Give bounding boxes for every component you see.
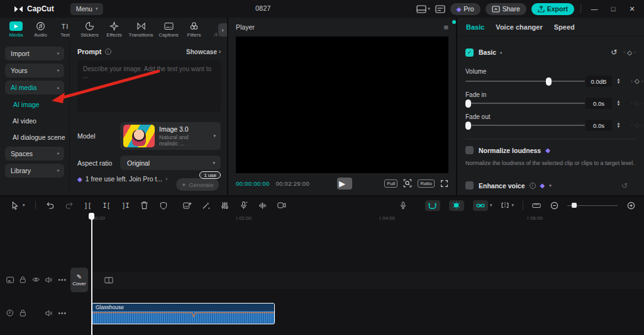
keyframe-diamond-icon[interactable]: ◇ <box>627 49 632 56</box>
undo-button[interactable] <box>46 201 55 210</box>
ratio-button[interactable]: Ratio <box>418 179 435 188</box>
sidebar-item-import[interactable]: Import▾ <box>5 47 64 60</box>
split-button[interactable]: ][ <box>84 201 92 210</box>
lock-icon[interactable] <box>19 309 26 317</box>
split-keep-right-button[interactable]: ]I <box>121 201 130 210</box>
window-maximize-button[interactable]: □ <box>606 5 620 13</box>
notes-panel-icon[interactable] <box>435 5 445 13</box>
sidebar-item-ai-media[interactable]: AI media▴ <box>5 81 64 94</box>
split-view-button[interactable]: ▾ <box>501 202 514 209</box>
timeline-view-button[interactable] <box>532 201 541 210</box>
speaker-icon[interactable] <box>45 276 52 283</box>
redo-button[interactable] <box>65 201 74 210</box>
more-icon[interactable]: ••• <box>58 276 67 283</box>
play-button[interactable]: ▶ <box>339 179 345 188</box>
playhead-line[interactable] <box>91 214 92 335</box>
free-use-banner[interactable]: ◆ 1 free use left. Join Pro t... › ✦ Gen… <box>77 168 221 190</box>
timeline-ruler[interactable]: 00:00 02:00 04:00 06:00 <box>0 214 644 223</box>
menu-button[interactable]: Menu ▾ <box>70 3 104 15</box>
tab-speed[interactable]: Speed <box>554 23 575 31</box>
keyframe-next-icon[interactable]: › <box>634 49 636 55</box>
tab-basic[interactable]: Basic <box>466 23 484 31</box>
keyframe-control[interactable]: ‹ ◇ › <box>623 49 636 56</box>
sidebar-item-library[interactable]: Library▾ <box>5 164 64 178</box>
adjust-button[interactable] <box>221 201 230 210</box>
voiceover-button[interactable] <box>399 201 408 210</box>
showcase-link[interactable]: Showcase › <box>186 48 221 55</box>
video-preview[interactable] <box>236 37 448 173</box>
more-icon[interactable]: ••• <box>58 310 67 317</box>
fade-out-value[interactable]: 0.0s <box>586 120 612 131</box>
reset-icon[interactable]: ↺ <box>611 48 617 57</box>
audio-wave-button[interactable] <box>258 201 267 210</box>
preview-axis-toggle[interactable] <box>449 200 464 211</box>
split-keep-left-button[interactable]: I[ <box>103 201 111 210</box>
tab-captions[interactable]: Captions <box>155 21 182 38</box>
tab-filters[interactable]: Filters <box>182 21 206 38</box>
window-minimize-button[interactable]: — <box>587 5 601 13</box>
track-frame-icon[interactable] <box>6 276 14 283</box>
tabs-overflow-button[interactable]: › <box>218 23 227 37</box>
prompt-input[interactable] <box>77 60 221 112</box>
volume-stepper[interactable]: ▲▼ <box>614 76 623 87</box>
add-frame-button[interactable] <box>183 201 192 210</box>
sidebar-item-ai-video[interactable]: AI video <box>5 114 64 128</box>
fade-out-stepper[interactable]: ▲▼ <box>614 120 623 131</box>
sidebar-item-ai-dialogue-scene[interactable]: AI dialogue scene <box>5 130 64 144</box>
player-menu-icon[interactable]: ≡ <box>443 23 448 32</box>
focus-zoom-icon[interactable] <box>403 179 412 188</box>
zoom-slider-thumb[interactable] <box>572 203 577 208</box>
speaker-icon[interactable] <box>45 310 53 317</box>
tab-text[interactable]: TI Text <box>53 21 77 38</box>
lock-icon[interactable] <box>19 276 26 283</box>
fullscreen-icon[interactable] <box>440 179 448 188</box>
export-button[interactable]: Export <box>531 3 574 15</box>
fade-in-keyframe[interactable]: ‹◇› <box>631 99 643 106</box>
select-tool-button[interactable]: ▾ <box>11 202 25 210</box>
fade-in-stepper[interactable]: ▲▼ <box>614 98 623 109</box>
smart-tools-button[interactable] <box>202 201 211 210</box>
volume-slider-thumb[interactable] <box>546 77 552 86</box>
generate-button[interactable]: ✦ Generate <box>176 178 219 191</box>
mask-button[interactable] <box>159 201 168 210</box>
model-select[interactable]: Image 3.0 Natural and realistic ... ▾ <box>120 122 221 150</box>
audio-clip-glasshouse[interactable]: Glasshouse <box>92 303 275 324</box>
zoom-out-button[interactable] <box>550 201 558 210</box>
sidebar-item-spaces[interactable]: Spaces▾ <box>5 147 64 161</box>
fade-out-slider-thumb[interactable] <box>465 122 471 130</box>
eye-icon[interactable] <box>32 276 40 283</box>
delete-button[interactable] <box>140 201 149 210</box>
sidebar-item-yours[interactable]: Yours▾ <box>5 64 64 77</box>
tab-effects[interactable]: Effects <box>102 21 126 38</box>
tab-transitions[interactable]: Transitions <box>126 21 155 38</box>
share-button[interactable]: Share <box>486 3 526 15</box>
fade-out-keyframe[interactable]: ‹◇› <box>631 122 643 128</box>
tab-media[interactable]: ▶ Media <box>4 21 28 38</box>
full-button[interactable]: Full <box>384 179 397 188</box>
fade-in-slider-thumb[interactable] <box>465 99 471 108</box>
reset-icon-dim[interactable]: ↺ <box>621 181 628 190</box>
sidebar-item-ai-image[interactable]: AI image <box>5 98 64 111</box>
volume-value[interactable]: 0.0dB <box>586 76 612 87</box>
normalize-checkbox[interactable]: ✓ <box>465 146 474 154</box>
cover-button[interactable]: ✎ Cover <box>70 268 88 292</box>
volume-slider[interactable] <box>465 77 585 85</box>
zoom-in-button[interactable] <box>626 201 635 210</box>
keyframe-prev-icon[interactable]: ‹ <box>623 49 625 55</box>
snap-toggle[interactable] <box>425 200 440 211</box>
link-toggle[interactable]: ▾ <box>473 200 492 211</box>
fade-out-slider[interactable] <box>465 122 585 129</box>
tab-audio[interactable]: Audio <box>28 21 53 38</box>
video-track-lane[interactable] <box>92 271 644 289</box>
enhance-voice-checkbox[interactable]: ✓ <box>465 181 474 190</box>
speed-circle-icon[interactable] <box>6 309 14 317</box>
fade-in-value[interactable]: 0.0s <box>586 98 612 109</box>
window-close-button[interactable]: ✕ <box>625 5 639 13</box>
tab-adjust-partial[interactable]: A <box>214 31 218 38</box>
tab-stickers[interactable]: Stickers <box>77 21 102 38</box>
tab-voice-changer[interactable]: Voice changer <box>496 23 542 31</box>
timeline-zoom-slider[interactable] <box>567 202 618 208</box>
pro-button[interactable]: ◆ Pro <box>450 3 480 15</box>
collapse-icon[interactable]: ▴ <box>500 50 502 55</box>
fade-in-slider[interactable] <box>465 99 585 107</box>
